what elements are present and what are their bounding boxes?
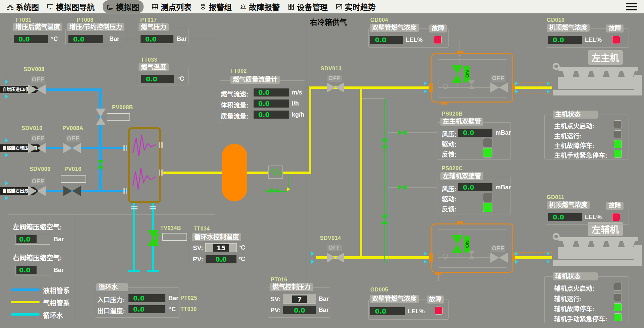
gd004-fault-indicator <box>434 36 442 44</box>
valve-tag: PV016 <box>64 166 82 172</box>
gd005-title: 双壁管燃气浓度 <box>370 295 419 303</box>
trend-chart-icon <box>336 3 342 10</box>
gas-pipe <box>161 172 268 174</box>
menu-item-simulation-diagram[interactable]: 模拟图 <box>103 0 144 13</box>
ps020c-wind-unit: mBar <box>495 184 511 191</box>
valve-gvu-aux-off[interactable] <box>490 253 508 263</box>
menu-item-fault-alarm[interactable]: 故障报警 <box>240 1 280 12</box>
flange <box>123 145 127 151</box>
valve-sdv013[interactable] <box>327 82 344 92</box>
regulator-icon <box>468 80 475 89</box>
menu-label: 报警组 <box>209 1 232 12</box>
ps020c-drive-indicator <box>483 193 492 202</box>
valve-pv016-input[interactable] <box>61 175 86 183</box>
tt031-title: 增压后燃气温度 <box>13 23 62 31</box>
cooling-row-unit: °C <box>169 306 176 313</box>
flange <box>131 206 138 209</box>
ps020b-drive-label: 驱动: <box>442 139 457 148</box>
ps020c-wind-value: 0.0 <box>458 183 493 192</box>
gd010-unit: LEL% <box>585 37 602 44</box>
flow-arrow-icon <box>515 89 518 93</box>
valve-tag: SDV014 <box>320 235 341 241</box>
menu-item-system-diagram[interactable]: 系统图 <box>7 1 39 12</box>
valve-state: OFF <box>31 135 45 142</box>
air-left-value: 0.0 <box>16 235 37 244</box>
flow-arrow-icon <box>311 252 314 256</box>
status-indicator <box>614 313 622 321</box>
valve-tag: SDV010 <box>21 125 43 131</box>
valve-tv034b-input[interactable] <box>162 233 187 241</box>
menu-item-alarm-group[interactable]: 报警组 <box>200 1 232 12</box>
legend-gas-line <box>11 301 40 303</box>
pt017-unit: Bar <box>177 36 187 43</box>
gas-pipe <box>282 172 310 174</box>
heat-exchanger <box>268 166 283 179</box>
gvu-inner-pipe <box>457 83 458 88</box>
gd005-value: 0.0 <box>370 307 406 316</box>
liquid-pipe <box>99 88 102 192</box>
flow-arrow-icon <box>424 260 427 264</box>
menu-item-sim-navigation[interactable]: 模拟图导航 <box>47 1 95 12</box>
flange <box>429 253 433 262</box>
menu-item-point-list[interactable]: 测点列表 <box>152 1 192 12</box>
legend-liquid-line <box>11 288 40 291</box>
pt017-title: 燃气压力 <box>139 23 169 31</box>
valve-pv008a[interactable] <box>63 143 81 153</box>
valve-sdv009[interactable] <box>28 186 46 196</box>
valve-state: OFF <box>31 76 45 83</box>
check-valve-icon <box>381 215 388 224</box>
main-engine-silhouette <box>552 61 643 102</box>
tt033-title: 燃气温度 <box>139 63 169 71</box>
valve-pv008b-input[interactable] <box>107 113 130 121</box>
valve-tag: SDV013 <box>321 66 342 72</box>
pt016-sv-input[interactable]: 7 <box>283 294 316 304</box>
tt034-sv-value[interactable]: 15 <box>213 244 229 252</box>
valve-gvu-main-off[interactable] <box>490 82 508 92</box>
valve-pv016[interactable] <box>63 186 81 196</box>
status-indicator <box>614 140 622 148</box>
valve-tv034b-arm <box>156 234 162 235</box>
buffer-tank <box>222 144 247 201</box>
divider <box>215 40 215 323</box>
ps020b-wind-value: 0.0 <box>458 128 493 137</box>
menu-item-realtime-trend[interactable]: 实时趋势 <box>336 1 376 12</box>
flange <box>435 272 441 275</box>
air-right-unit: Bar <box>54 267 64 274</box>
devices-icon <box>288 3 294 10</box>
pt016-sv-value[interactable]: 7 <box>292 296 307 303</box>
flange <box>159 142 163 148</box>
pipe-end-cap <box>128 270 140 272</box>
ps020b-title: 左主机双壁管 <box>440 118 483 126</box>
valve-gvu-main-on[interactable] <box>451 65 463 83</box>
flow-arrow-icon <box>311 260 314 264</box>
vent-line <box>388 132 437 133</box>
ps020b-wind-label: 风压: <box>442 129 457 138</box>
air-left-box: 0.0 <box>15 234 50 245</box>
cooling-title: 循环水 <box>96 283 128 291</box>
valve-gvu-aux-on[interactable] <box>451 235 463 253</box>
gvu-component <box>443 254 448 259</box>
instrument-tag: TT033 <box>141 57 157 63</box>
pt008-value: 0.0 <box>68 35 103 44</box>
valve-tv034b[interactable] <box>148 230 157 246</box>
gd004-value: 0.0 <box>370 36 404 44</box>
flow-arrow-icon <box>424 81 427 85</box>
valve-sdv010[interactable] <box>28 143 46 153</box>
legend-liquid-label: 液相管系 <box>43 285 70 295</box>
tt034-sv-input[interactable]: 15 <box>205 243 237 252</box>
valve-state: OFF <box>66 135 80 142</box>
pt016-pv-label: PV: <box>270 307 281 314</box>
air-left-unit: Bar <box>54 236 64 243</box>
valve-tag: SDV009 <box>30 166 51 172</box>
valve-on-state: ON <box>464 66 470 82</box>
pt016-pv-value: 0.0 <box>283 306 316 315</box>
vent-line <box>388 187 437 188</box>
hamburger-menu-icon[interactable] <box>626 3 637 10</box>
valve-sdv014[interactable] <box>327 253 344 263</box>
menu-label: 故障报警 <box>249 1 280 12</box>
menu-item-device-management[interactable]: 设备管理 <box>288 1 328 12</box>
valve-sdv008[interactable] <box>28 84 46 94</box>
pt017-value: 0.0 <box>140 35 174 44</box>
gd005-unit: LEL% <box>408 308 425 315</box>
valve-pv008b[interactable] <box>96 109 106 125</box>
